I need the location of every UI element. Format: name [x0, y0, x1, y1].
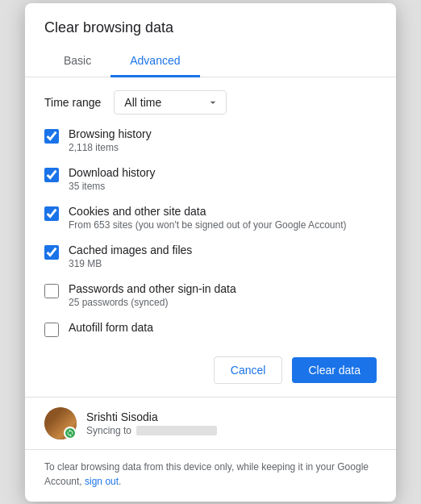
user-info: Srishti Sisodia Syncing to — [86, 410, 217, 436]
checkbox-cookies-label: Cookies and other site data — [69, 205, 346, 218]
footer-text: To clear browsing data from this device … — [25, 449, 396, 502]
checkbox-download-history-label: Download history — [69, 166, 155, 179]
checkbox-passwords-sublabel: 25 passwords (synced) — [69, 297, 236, 308]
action-buttons: Cancel Clear data — [25, 344, 396, 397]
sync-badge — [64, 427, 77, 439]
sign-out-link[interactable]: sign out — [85, 476, 119, 487]
dialog-title: Clear browsing data — [25, 3, 396, 36]
checkbox-cookies-sublabel: From 653 sites (you won't be signed out … — [69, 219, 346, 231]
clear-data-button[interactable]: Clear data — [292, 357, 377, 383]
checkbox-passwords-input[interactable] — [44, 284, 59, 298]
content-area: Time range All time Last hour Last 24 ho… — [25, 77, 396, 344]
tab-advanced[interactable]: Advanced — [110, 46, 199, 77]
user-name: Srishti Sisodia — [86, 410, 217, 423]
cancel-button[interactable]: Cancel — [214, 356, 283, 384]
checkbox-cached-sublabel: 319 MB — [69, 258, 192, 269]
checkbox-cookies-input[interactable] — [44, 206, 59, 221]
checkbox-autofill-label: Autofill form data — [69, 321, 153, 334]
time-range-row: Time range All time Last hour Last 24 ho… — [44, 90, 377, 115]
user-section: Srishti Sisodia Syncing to — [25, 397, 396, 449]
checkbox-download-history: Download history 35 items — [44, 166, 377, 192]
checkbox-passwords: Passwords and other sign-in data 25 pass… — [44, 282, 377, 308]
checkbox-autofill-input[interactable] — [44, 323, 59, 337]
clear-browsing-data-dialog: Clear browsing data Basic Advanced Time … — [25, 3, 396, 502]
footer-text-after: . — [119, 476, 121, 487]
checkbox-cached-input[interactable] — [44, 245, 59, 260]
checkbox-browsing-history-sublabel: 2,118 items — [69, 142, 152, 153]
checkbox-cookies: Cookies and other site data From 653 sit… — [44, 205, 377, 231]
time-range-label: Time range — [44, 96, 101, 109]
checkbox-browsing-history: Browsing history 2,118 items — [44, 127, 377, 153]
syncing-label: Syncing to — [86, 425, 131, 436]
sync-icon — [66, 429, 74, 437]
tab-bar: Basic Advanced — [25, 46, 396, 77]
syncing-bar — [136, 426, 217, 435]
avatar-container — [44, 407, 77, 439]
syncing-row: Syncing to — [86, 425, 217, 436]
checkbox-cached: Cached images and files 319 MB — [44, 244, 377, 269]
tab-basic[interactable]: Basic — [44, 46, 110, 77]
checkbox-download-history-input[interactable] — [44, 168, 59, 182]
checkbox-download-history-sublabel: 35 items — [69, 181, 155, 192]
checkbox-passwords-label: Passwords and other sign-in data — [69, 282, 236, 295]
checkbox-browsing-history-input[interactable] — [44, 129, 59, 144]
checkbox-browsing-history-label: Browsing history — [69, 127, 152, 140]
checkbox-autofill: Autofill form data — [44, 321, 377, 340]
time-range-select[interactable]: All time Last hour Last 24 hours Last 7 … — [114, 90, 227, 115]
checkbox-cached-label: Cached images and files — [69, 244, 192, 256]
